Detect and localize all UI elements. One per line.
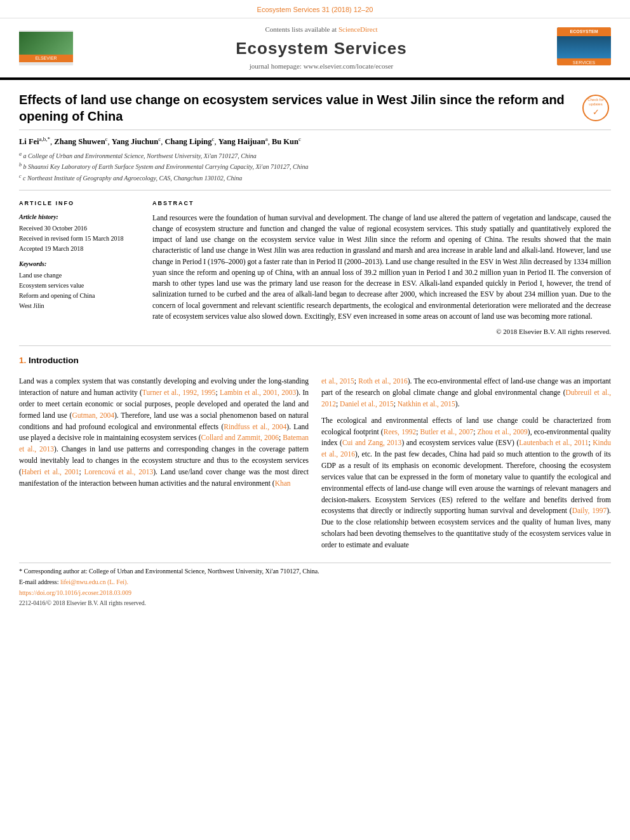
ecoserv-logo: ECOSYSTEM SERVICES bbox=[557, 27, 611, 65]
keyword-1: Land use change bbox=[19, 271, 140, 280]
article-title-section: Effects of land use change on ecosystem … bbox=[19, 80, 611, 130]
authors-line: Li Feia,b,*, Zhang Shuwenc, Yang Jiuchun… bbox=[19, 130, 611, 150]
main-content: Effects of land use change on ecosystem … bbox=[0, 80, 630, 611]
top-bar: Ecosystem Services 31 (2018) 12–20 bbox=[0, 0, 630, 18]
elsevier-logo-area: ELSEVIER bbox=[19, 30, 95, 65]
journal-title: Ecosystem Services bbox=[95, 37, 547, 60]
affiliation-b: b b Shaanxi Key Laboratory of Earth Surf… bbox=[19, 161, 611, 171]
ref-zhou[interactable]: Zhou et al., 2009 bbox=[478, 428, 528, 436]
affiliation-a: a a College of Urban and Environmental S… bbox=[19, 150, 611, 161]
intro-col-right: et al., 2015; Roth et al., 2016). The ec… bbox=[321, 376, 611, 556]
ref-roth[interactable]: Roth et al., 2016 bbox=[358, 377, 407, 385]
revised-date: Received in revised form 15 March 2018 bbox=[19, 234, 140, 243]
abstract-col: ABSTRACT Land resources were the foundat… bbox=[152, 199, 611, 337]
contents-text: Contents lists available at bbox=[265, 25, 337, 33]
elsevier-tree-image bbox=[19, 32, 73, 55]
intro-body: Land was a complex system that was const… bbox=[19, 372, 611, 556]
elsevier-name: ELSEVIER bbox=[19, 55, 73, 62]
keywords-label: Keywords: bbox=[19, 260, 140, 269]
footer: * Corresponding author at: College of Ur… bbox=[19, 563, 611, 611]
intro-para-3: The ecological and environmental effects… bbox=[321, 415, 611, 551]
intro-section: 1. Introduction Land was a complex syste… bbox=[19, 346, 611, 556]
ref-rees[interactable]: Rees, 1992 bbox=[384, 428, 416, 436]
elsevier-logo: ELSEVIER bbox=[19, 30, 73, 65]
ref-rindfuss[interactable]: Rindfuss et al., 2004 bbox=[224, 423, 286, 430]
keyword-4: West Jilin bbox=[19, 302, 140, 310]
ecoserv-logo-bottom: SERVICES bbox=[557, 58, 611, 65]
check-mark-icon: ✓ bbox=[593, 107, 600, 118]
check-badge: Check for updates ✓ bbox=[582, 95, 611, 123]
keyword-2: Ecosystem services value bbox=[19, 281, 140, 290]
ref-gutman[interactable]: Gutman, 2004 bbox=[72, 411, 114, 419]
author-chang: Chang Liping bbox=[164, 138, 211, 147]
journal-reference: Ecosystem Services 31 (2018) 12–20 bbox=[257, 6, 373, 13]
article-info-abstract: ARTICLE INFO Article history: Received 3… bbox=[19, 190, 611, 346]
email-link[interactable]: lifei@nwu.edu.cn (L. Fei). bbox=[60, 578, 128, 585]
check-badge-text: Check for updates bbox=[587, 98, 604, 107]
email-label: E-mail address: bbox=[19, 578, 58, 585]
contents-line: Contents lists available at ScienceDirec… bbox=[95, 25, 547, 34]
ref-lorencova[interactable]: Lorencová et al., 2013 bbox=[84, 468, 154, 476]
ref-khan[interactable]: Khan bbox=[275, 479, 291, 487]
intro-para-2: et al., 2015; Roth et al., 2016). The ec… bbox=[321, 376, 611, 410]
ref-natkhin[interactable]: Natkhin et al., 2015 bbox=[398, 400, 455, 408]
article-title: Effects of land use change on ecosystem … bbox=[19, 91, 573, 124]
author-zhang: Zhang Shuwen bbox=[54, 138, 105, 147]
email-line: E-mail address: lifei@nwu.edu.cn (L. Fei… bbox=[19, 578, 611, 587]
intro-para-1: Land was a complex system that was const… bbox=[19, 376, 309, 489]
article-info-label: ARTICLE INFO bbox=[19, 199, 140, 208]
ref-lambin[interactable]: Lambin et al., 2001, 2003 bbox=[220, 389, 296, 396]
doi-link[interactable]: https://doi.org/10.1016/j.ecoser.2018.03… bbox=[19, 589, 131, 596]
article-history-label: Article history: bbox=[19, 213, 140, 222]
license-line: 2212-0416/© 2018 Elsevier B.V. All right… bbox=[19, 599, 611, 608]
copyright-line: © 2018 Elsevier B.V. All rights reserved… bbox=[152, 327, 611, 337]
intro-col-left: Land was a complex system that was const… bbox=[19, 376, 309, 556]
ref-butler[interactable]: Butler et al., 2007 bbox=[420, 428, 474, 436]
keyword-3: Reform and opening of China bbox=[19, 291, 140, 300]
author-yang-j: Yang Jiuchun bbox=[112, 138, 158, 147]
sciencedirect-link[interactable]: ScienceDirect bbox=[338, 25, 378, 33]
ref-lautenbach[interactable]: Lautenbach et al., 2011 bbox=[519, 439, 588, 446]
ecoserv-logo-top: ECOSYSTEM bbox=[557, 27, 611, 36]
journal-center: Contents lists available at ScienceDirec… bbox=[95, 25, 547, 71]
ecoserv-logo-image bbox=[557, 36, 611, 58]
ref-collard[interactable]: Collard and Zammit, 2006 bbox=[201, 434, 278, 441]
accepted-date: Accepted 19 March 2018 bbox=[19, 244, 140, 253]
check-badge-inner: Check for updates ✓ bbox=[582, 95, 609, 121]
author-bu: Bu Kun bbox=[272, 138, 298, 147]
abstract-text: Land resources were the foundation of hu… bbox=[152, 213, 611, 323]
ref-daily[interactable]: Daily, 1997 bbox=[572, 507, 607, 514]
article-info-col: ARTICLE INFO Article history: Received 3… bbox=[19, 199, 140, 337]
ref-cui[interactable]: Cui and Zang, 2013 bbox=[342, 439, 401, 446]
ref-khan-cont[interactable]: et al., 2015 bbox=[321, 377, 354, 385]
homepage-line: journal homepage: www.elsevier.com/locat… bbox=[95, 62, 547, 71]
author-li-fei: Li Fei bbox=[19, 138, 39, 147]
ref-daniel[interactable]: Daniel et al., 2015 bbox=[340, 400, 394, 408]
affiliation-c: c c Northeast Institute of Geography and… bbox=[19, 173, 611, 183]
title-text: Effects of land use change on ecosystem … bbox=[19, 91, 573, 124]
author-yang-h: Yang Haijuan bbox=[218, 138, 265, 147]
abstract-label: ABSTRACT bbox=[152, 199, 611, 208]
section-title: 1. Introduction bbox=[19, 355, 611, 367]
received-date: Received 30 October 2016 bbox=[19, 224, 140, 233]
corresponding-note: * Corresponding author at: College of Ur… bbox=[19, 567, 611, 576]
ref-haberi[interactable]: Haberi et al., 2001 bbox=[22, 468, 79, 476]
section-title-text: Introduction bbox=[29, 356, 79, 365]
ecoserv-logo-area: ECOSYSTEM SERVICES bbox=[547, 27, 611, 69]
doi-line: https://doi.org/10.1016/j.ecoser.2018.03… bbox=[19, 589, 611, 597]
section-number: 1. bbox=[19, 356, 26, 365]
affiliations: a a College of Urban and Environmental S… bbox=[19, 150, 611, 190]
ref-turner[interactable]: Turner et al., 1992, 1995 bbox=[142, 389, 216, 396]
journal-header: ELSEVIER Contents lists available at Sci… bbox=[0, 18, 630, 79]
